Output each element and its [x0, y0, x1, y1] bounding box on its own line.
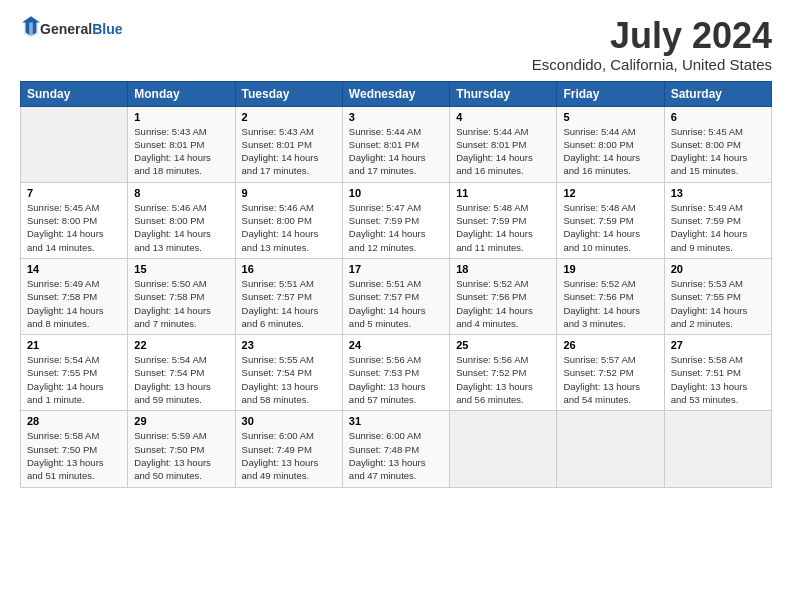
col-thursday: Thursday [450, 81, 557, 106]
day-info: Sunrise: 5:44 AM Sunset: 8:01 PM Dayligh… [456, 125, 550, 178]
day-number: 19 [563, 263, 657, 275]
subtitle: Escondido, California, United States [532, 56, 772, 73]
col-tuesday: Tuesday [235, 81, 342, 106]
day-number: 14 [27, 263, 121, 275]
logo-blue: Blue [92, 21, 122, 37]
day-cell: 30Sunrise: 6:00 AM Sunset: 7:49 PM Dayli… [235, 411, 342, 487]
day-number: 22 [134, 339, 228, 351]
day-cell: 18Sunrise: 5:52 AM Sunset: 7:56 PM Dayli… [450, 258, 557, 334]
day-info: Sunrise: 5:52 AM Sunset: 7:56 PM Dayligh… [563, 277, 657, 330]
day-info: Sunrise: 5:49 AM Sunset: 7:59 PM Dayligh… [671, 201, 765, 254]
day-cell [450, 411, 557, 487]
day-info: Sunrise: 6:00 AM Sunset: 7:49 PM Dayligh… [242, 429, 336, 482]
day-info: Sunrise: 5:49 AM Sunset: 7:58 PM Dayligh… [27, 277, 121, 330]
day-cell: 19Sunrise: 5:52 AM Sunset: 7:56 PM Dayli… [557, 258, 664, 334]
day-cell: 10Sunrise: 5:47 AM Sunset: 7:59 PM Dayli… [342, 182, 449, 258]
day-number: 8 [134, 187, 228, 199]
day-number: 25 [456, 339, 550, 351]
day-number: 10 [349, 187, 443, 199]
week-row-3: 14Sunrise: 5:49 AM Sunset: 7:58 PM Dayli… [21, 258, 772, 334]
day-info: Sunrise: 5:54 AM Sunset: 7:55 PM Dayligh… [27, 353, 121, 406]
day-info: Sunrise: 5:50 AM Sunset: 7:58 PM Dayligh… [134, 277, 228, 330]
day-number: 21 [27, 339, 121, 351]
day-cell [557, 411, 664, 487]
day-info: Sunrise: 5:44 AM Sunset: 8:00 PM Dayligh… [563, 125, 657, 178]
col-wednesday: Wednesday [342, 81, 449, 106]
day-number: 17 [349, 263, 443, 275]
page: GeneralBlue July 2024 Escondido, Califor… [0, 0, 792, 612]
day-cell [664, 411, 771, 487]
day-number: 2 [242, 111, 336, 123]
week-row-4: 21Sunrise: 5:54 AM Sunset: 7:55 PM Dayli… [21, 335, 772, 411]
header-row: Sunday Monday Tuesday Wednesday Thursday… [21, 81, 772, 106]
day-number: 18 [456, 263, 550, 275]
day-number: 31 [349, 415, 443, 427]
day-number: 20 [671, 263, 765, 275]
day-number: 12 [563, 187, 657, 199]
day-number: 30 [242, 415, 336, 427]
week-row-1: 1Sunrise: 5:43 AM Sunset: 8:01 PM Daylig… [21, 106, 772, 182]
day-number: 1 [134, 111, 228, 123]
col-saturday: Saturday [664, 81, 771, 106]
day-cell: 22Sunrise: 5:54 AM Sunset: 7:54 PM Dayli… [128, 335, 235, 411]
day-cell: 4Sunrise: 5:44 AM Sunset: 8:01 PM Daylig… [450, 106, 557, 182]
main-title: July 2024 [532, 16, 772, 56]
day-cell: 14Sunrise: 5:49 AM Sunset: 7:58 PM Dayli… [21, 258, 128, 334]
day-cell: 11Sunrise: 5:48 AM Sunset: 7:59 PM Dayli… [450, 182, 557, 258]
day-number: 3 [349, 111, 443, 123]
col-monday: Monday [128, 81, 235, 106]
day-cell: 28Sunrise: 5:58 AM Sunset: 7:50 PM Dayli… [21, 411, 128, 487]
day-info: Sunrise: 5:48 AM Sunset: 7:59 PM Dayligh… [563, 201, 657, 254]
day-number: 23 [242, 339, 336, 351]
week-row-5: 28Sunrise: 5:58 AM Sunset: 7:50 PM Dayli… [21, 411, 772, 487]
day-cell: 8Sunrise: 5:46 AM Sunset: 8:00 PM Daylig… [128, 182, 235, 258]
day-cell: 25Sunrise: 5:56 AM Sunset: 7:52 PM Dayli… [450, 335, 557, 411]
day-info: Sunrise: 5:43 AM Sunset: 8:01 PM Dayligh… [242, 125, 336, 178]
day-cell: 12Sunrise: 5:48 AM Sunset: 7:59 PM Dayli… [557, 182, 664, 258]
day-number: 16 [242, 263, 336, 275]
day-info: Sunrise: 5:46 AM Sunset: 8:00 PM Dayligh… [242, 201, 336, 254]
week-row-2: 7Sunrise: 5:45 AM Sunset: 8:00 PM Daylig… [21, 182, 772, 258]
logo-general: General [40, 21, 92, 37]
day-cell: 3Sunrise: 5:44 AM Sunset: 8:01 PM Daylig… [342, 106, 449, 182]
day-number: 28 [27, 415, 121, 427]
day-info: Sunrise: 5:56 AM Sunset: 7:53 PM Dayligh… [349, 353, 443, 406]
day-cell: 31Sunrise: 6:00 AM Sunset: 7:48 PM Dayli… [342, 411, 449, 487]
day-cell: 5Sunrise: 5:44 AM Sunset: 8:00 PM Daylig… [557, 106, 664, 182]
day-cell: 20Sunrise: 5:53 AM Sunset: 7:55 PM Dayli… [664, 258, 771, 334]
logo: GeneralBlue [20, 16, 122, 42]
day-info: Sunrise: 5:54 AM Sunset: 7:54 PM Dayligh… [134, 353, 228, 406]
day-info: Sunrise: 5:51 AM Sunset: 7:57 PM Dayligh… [242, 277, 336, 330]
day-number: 13 [671, 187, 765, 199]
day-cell: 26Sunrise: 5:57 AM Sunset: 7:52 PM Dayli… [557, 335, 664, 411]
day-cell: 16Sunrise: 5:51 AM Sunset: 7:57 PM Dayli… [235, 258, 342, 334]
day-cell: 24Sunrise: 5:56 AM Sunset: 7:53 PM Dayli… [342, 335, 449, 411]
title-block: July 2024 Escondido, California, United … [532, 16, 772, 73]
day-cell: 29Sunrise: 5:59 AM Sunset: 7:50 PM Dayli… [128, 411, 235, 487]
day-info: Sunrise: 5:58 AM Sunset: 7:50 PM Dayligh… [27, 429, 121, 482]
col-friday: Friday [557, 81, 664, 106]
day-cell: 27Sunrise: 5:58 AM Sunset: 7:51 PM Dayli… [664, 335, 771, 411]
day-info: Sunrise: 5:59 AM Sunset: 7:50 PM Dayligh… [134, 429, 228, 482]
day-cell: 7Sunrise: 5:45 AM Sunset: 8:00 PM Daylig… [21, 182, 128, 258]
day-number: 7 [27, 187, 121, 199]
day-cell: 1Sunrise: 5:43 AM Sunset: 8:01 PM Daylig… [128, 106, 235, 182]
day-number: 15 [134, 263, 228, 275]
day-info: Sunrise: 6:00 AM Sunset: 7:48 PM Dayligh… [349, 429, 443, 482]
day-number: 29 [134, 415, 228, 427]
day-cell: 2Sunrise: 5:43 AM Sunset: 8:01 PM Daylig… [235, 106, 342, 182]
day-number: 27 [671, 339, 765, 351]
header: GeneralBlue July 2024 Escondido, Califor… [20, 16, 772, 73]
day-info: Sunrise: 5:56 AM Sunset: 7:52 PM Dayligh… [456, 353, 550, 406]
day-info: Sunrise: 5:46 AM Sunset: 8:00 PM Dayligh… [134, 201, 228, 254]
day-info: Sunrise: 5:55 AM Sunset: 7:54 PM Dayligh… [242, 353, 336, 406]
col-sunday: Sunday [21, 81, 128, 106]
calendar-table: Sunday Monday Tuesday Wednesday Thursday… [20, 81, 772, 488]
day-cell [21, 106, 128, 182]
day-info: Sunrise: 5:47 AM Sunset: 7:59 PM Dayligh… [349, 201, 443, 254]
day-cell: 9Sunrise: 5:46 AM Sunset: 8:00 PM Daylig… [235, 182, 342, 258]
day-number: 9 [242, 187, 336, 199]
day-cell: 17Sunrise: 5:51 AM Sunset: 7:57 PM Dayli… [342, 258, 449, 334]
day-number: 11 [456, 187, 550, 199]
day-info: Sunrise: 5:44 AM Sunset: 8:01 PM Dayligh… [349, 125, 443, 178]
